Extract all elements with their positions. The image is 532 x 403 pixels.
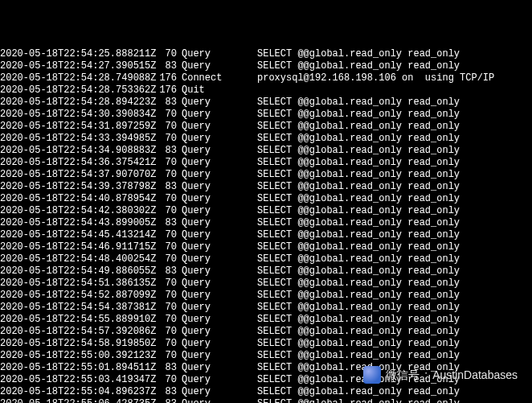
timestamp: 2020-05-18T22:54:31.897259Z — [0, 121, 137, 133]
timestamp: 2020-05-18T22:54:28.753362Z — [0, 84, 137, 97]
timestamp: 2020-05-18T22:54:39.378798Z — [0, 181, 137, 193]
connection-id: 70 — [137, 157, 177, 169]
log-line: 2020-05-18T22:54:28.894223Z83QuerySELECT… — [0, 97, 532, 109]
connection-id: 70 — [137, 121, 177, 133]
connection-id: 70 — [137, 290, 177, 302]
log-line: 2020-05-18T22:54:30.390834Z70QuerySELECT… — [0, 109, 532, 121]
command-type: Query — [177, 398, 233, 403]
command-type: Query — [177, 133, 233, 145]
query-payload: SELECT @@global.read_only read_only — [233, 374, 460, 386]
connection-id: 70 — [137, 241, 177, 253]
connection-id: 70 — [137, 350, 177, 362]
log-line: 2020-05-18T22:54:25.888211Z70QuerySELECT… — [0, 48, 532, 60]
command-type: Query — [177, 302, 233, 314]
timestamp: 2020-05-18T22:55:00.392123Z — [0, 350, 137, 362]
connection-id: 70 — [137, 302, 177, 314]
timestamp: 2020-05-18T22:54:55.889910Z — [0, 314, 137, 326]
query-payload: SELECT @@global.read_only read_only — [233, 145, 460, 157]
log-line: 2020-05-18T22:54:57.392086Z70QuerySELECT… — [0, 326, 532, 338]
query-payload: SELECT @@global.read_only read_only — [233, 60, 460, 72]
connection-id: 70 — [137, 205, 177, 217]
command-type: Query — [177, 217, 233, 229]
log-line: 2020-05-18T22:55:06.428735Z83QuerySELECT… — [0, 398, 532, 403]
timestamp: 2020-05-18T22:54:48.400254Z — [0, 253, 137, 265]
log-line: 2020-05-18T22:55:00.392123Z70QuerySELECT… — [0, 350, 532, 362]
timestamp: 2020-05-18T22:54:46.911715Z — [0, 241, 137, 253]
command-type: Query — [177, 290, 233, 302]
timestamp: 2020-05-18T22:54:49.886055Z — [0, 265, 137, 278]
query-payload: SELECT @@global.read_only read_only — [233, 362, 460, 374]
timestamp: 2020-05-18T22:54:28.894223Z — [0, 97, 137, 109]
command-type: Query — [177, 253, 233, 265]
connection-id: 70 — [137, 109, 177, 121]
command-type: Query — [177, 121, 233, 133]
timestamp: 2020-05-18T22:54:33.394985Z — [0, 133, 137, 145]
log-line: 2020-05-18T22:54:40.878954Z70QuerySELECT… — [0, 193, 532, 205]
query-payload: SELECT @@global.read_only read_only — [233, 265, 460, 278]
log-line: 2020-05-18T22:54:28.753362Z176Quit — [0, 84, 532, 97]
command-type: Query — [177, 169, 233, 181]
command-type: Query — [177, 205, 233, 217]
connection-id: 70 — [137, 133, 177, 145]
log-line: 2020-05-18T22:54:43.899005Z83QuerySELECT… — [0, 217, 532, 229]
log-line: 2020-05-18T22:54:49.886055Z83QuerySELECT… — [0, 265, 532, 278]
timestamp: 2020-05-18T22:54:58.919850Z — [0, 338, 137, 350]
query-payload: SELECT @@global.read_only read_only — [233, 290, 460, 302]
connection-id: 176 — [137, 84, 177, 97]
log-line: 2020-05-18T22:55:01.894511Z83QuerySELECT… — [0, 362, 532, 374]
log-line: 2020-05-18T22:54:36.375421Z70QuerySELECT… — [0, 157, 532, 169]
timestamp: 2020-05-18T22:55:01.894511Z — [0, 362, 137, 374]
timestamp: 2020-05-18T22:54:37.907070Z — [0, 169, 137, 181]
query-payload: SELECT @@global.read_only read_only — [233, 398, 460, 403]
log-line: 2020-05-18T22:54:48.400254Z70QuerySELECT… — [0, 253, 532, 265]
query-payload: SELECT @@global.read_only read_only — [233, 205, 460, 217]
command-type: Query — [177, 338, 233, 350]
command-type: Query — [177, 60, 233, 72]
log-line: 2020-05-18T22:54:42.380302Z70QuerySELECT… — [0, 205, 532, 217]
connection-id: 70 — [137, 253, 177, 265]
log-line: 2020-05-18T22:54:33.394985Z70QuerySELECT… — [0, 133, 532, 145]
query-payload: SELECT @@global.read_only read_only — [233, 133, 460, 145]
log-line: 2020-05-18T22:54:45.413214Z70QuerySELECT… — [0, 229, 532, 241]
command-type: Query — [177, 48, 233, 60]
connection-id: 70 — [137, 326, 177, 338]
connection-id: 83 — [137, 398, 177, 403]
command-type: Quit — [177, 84, 233, 97]
connection-id: 83 — [137, 386, 177, 398]
connection-id: 70 — [137, 169, 177, 181]
log-line: 2020-05-18T22:54:54.387381Z70QuerySELECT… — [0, 302, 532, 314]
command-type: Query — [177, 278, 233, 290]
timestamp: 2020-05-18T22:54:51.386135Z — [0, 278, 137, 290]
command-type: Query — [177, 157, 233, 169]
log-line: 2020-05-18T22:54:39.378798Z83QuerySELECT… — [0, 181, 532, 193]
connection-id: 70 — [137, 338, 177, 350]
connection-id: 83 — [137, 60, 177, 72]
log-line: 2020-05-18T22:54:51.386135Z70QuerySELECT… — [0, 278, 532, 290]
log-line: 2020-05-18T22:55:04.896237Z83QuerySELECT… — [0, 386, 532, 398]
query-payload: SELECT @@global.read_only read_only — [233, 350, 460, 362]
query-payload: SELECT @@global.read_only read_only — [233, 253, 460, 265]
query-payload: SELECT @@global.read_only read_only — [233, 229, 460, 241]
timestamp: 2020-05-18T22:54:27.390515Z — [0, 60, 137, 72]
command-type: Query — [177, 229, 233, 241]
query-payload: SELECT @@global.read_only read_only — [233, 193, 460, 205]
query-payload: SELECT @@global.read_only read_only — [233, 338, 460, 350]
log-line: 2020-05-18T22:54:46.911715Z70QuerySELECT… — [0, 241, 532, 253]
log-line: 2020-05-18T22:54:27.390515Z83QuerySELECT… — [0, 60, 532, 72]
query-payload: SELECT @@global.read_only read_only — [233, 386, 460, 398]
query-payload: SELECT @@global.read_only read_only — [233, 302, 460, 314]
timestamp: 2020-05-18T22:55:04.896237Z — [0, 386, 137, 398]
connection-id: 83 — [137, 97, 177, 109]
timestamp: 2020-05-18T22:54:45.413214Z — [0, 229, 137, 241]
timestamp: 2020-05-18T22:54:34.908883Z — [0, 145, 137, 157]
query-payload: SELECT @@global.read_only read_only — [233, 157, 460, 169]
query-payload: SELECT @@global.read_only read_only — [233, 97, 460, 109]
command-type: Query — [177, 109, 233, 121]
log-line: 2020-05-18T22:54:37.907070Z70QuerySELECT… — [0, 169, 532, 181]
command-type: Query — [177, 374, 233, 386]
timestamp: 2020-05-18T22:54:30.390834Z — [0, 109, 137, 121]
timestamp: 2020-05-18T22:54:40.878954Z — [0, 193, 137, 205]
log-line: 2020-05-18T22:55:03.419347Z70QuerySELECT… — [0, 374, 532, 386]
command-type: Query — [177, 362, 233, 374]
terminal-output[interactable]: 2020-05-18T22:54:25.888211Z70QuerySELECT… — [0, 48, 532, 403]
